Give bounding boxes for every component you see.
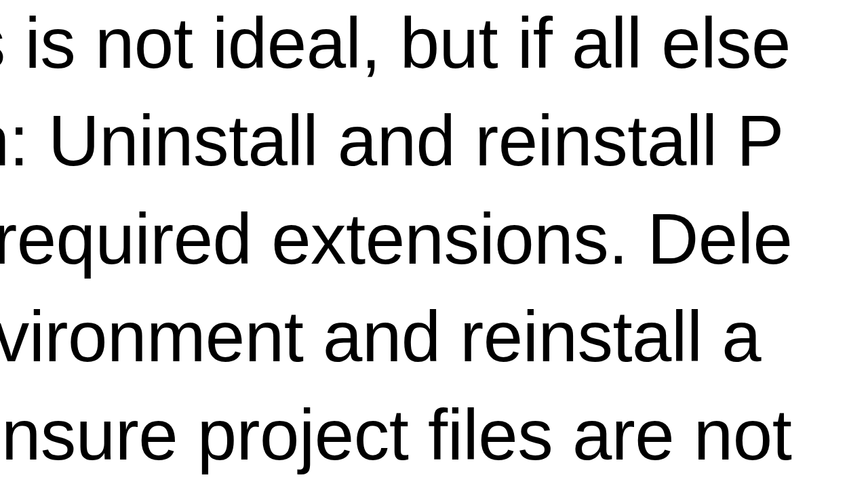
text-line: . Ensure project files are not xyxy=(0,386,799,484)
text-line: allation folder or the virtual e xyxy=(0,484,799,488)
text-line: his is not ideal, but if all else xyxy=(0,0,799,92)
document-text-fragment: his is not ideal, but if all else ion: U… xyxy=(0,0,799,488)
text-line: ion: Uninstall and reinstall P xyxy=(0,92,799,190)
text-line: environment and reinstall a xyxy=(0,288,799,386)
text-line: th required extensions. Dele xyxy=(0,190,799,288)
